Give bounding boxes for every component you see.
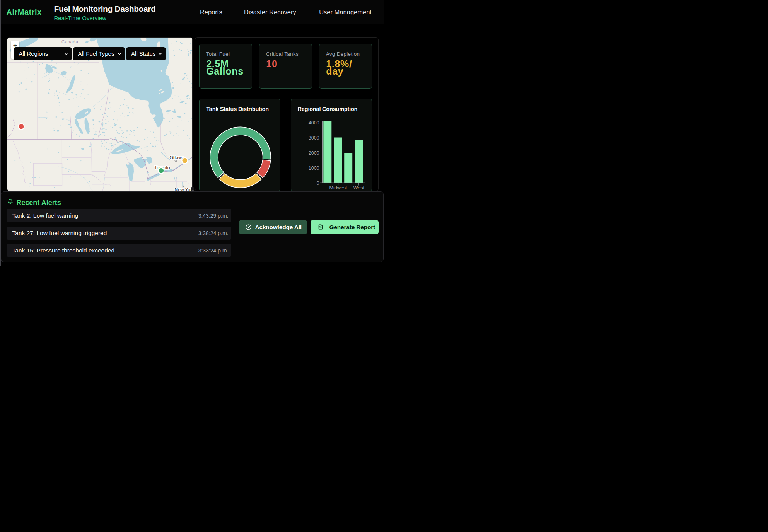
svg-text:Canada: Canada [61, 39, 78, 44]
svg-text:2000: 2000 [308, 150, 319, 155]
svg-text:West: West [353, 185, 364, 191]
svg-text:Midwest: Midwest [329, 185, 347, 191]
svg-text:New York: New York [174, 187, 193, 191]
svg-text:0: 0 [316, 180, 319, 186]
svg-text:3000: 3000 [308, 135, 319, 140]
svg-text:4000: 4000 [308, 120, 319, 126]
svg-text:1000: 1000 [308, 165, 319, 171]
